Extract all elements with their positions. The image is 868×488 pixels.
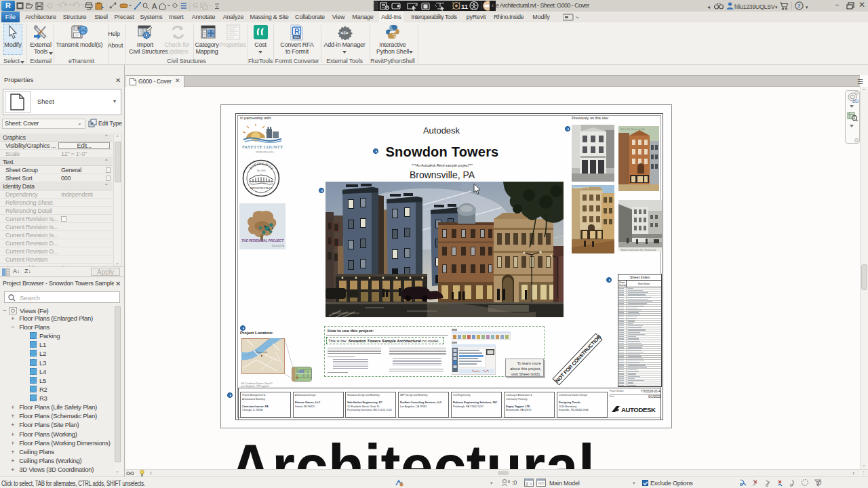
svg-text:</>: </> <box>340 30 349 36</box>
svg-text:THE PERENNIAL PROJECT: THE PERENNIAL PROJECT <box>241 239 284 243</box>
svg-text:Brownsville, PA: Brownsville, PA <box>272 245 284 247</box>
svg-text:Brownsville Pa.: Brownsville Pa. <box>573 186 590 189</box>
svg-text:BROWNSVILLE: BROWNSVILLE <box>250 186 273 190</box>
svg-text:Est. 1815: Est. 1815 <box>257 169 266 172</box>
svg-text:A: A <box>152 2 157 10</box>
svg-text:RFA: RFA <box>294 36 300 39</box>
svg-text:2D: 2D <box>852 99 859 104</box>
svg-text:AUTODESK: AUTODESK <box>621 406 656 413</box>
svg-text:?: ? <box>797 3 801 9</box>
svg-text:Main St. Brownsville: Main St. Brownsville <box>620 127 646 131</box>
svg-text:PENNSYLVANIA: PENNSYLVANIA <box>256 191 270 193</box>
svg-text:11: 11 <box>461 3 469 10</box>
svg-text:Brownsville: Brownsville <box>256 351 267 354</box>
svg-text:R: R <box>294 27 300 35</box>
svg-text:FAYETTE COUNTY: FAYETTE COUNTY <box>242 144 283 150</box>
svg-text:Market and Union Sts. Brownsvi: Market and Union Sts. Brownsville <box>621 249 656 251</box>
svg-text:PENNSYLVANIA: PENNSYLVANIA <box>256 151 274 154</box>
